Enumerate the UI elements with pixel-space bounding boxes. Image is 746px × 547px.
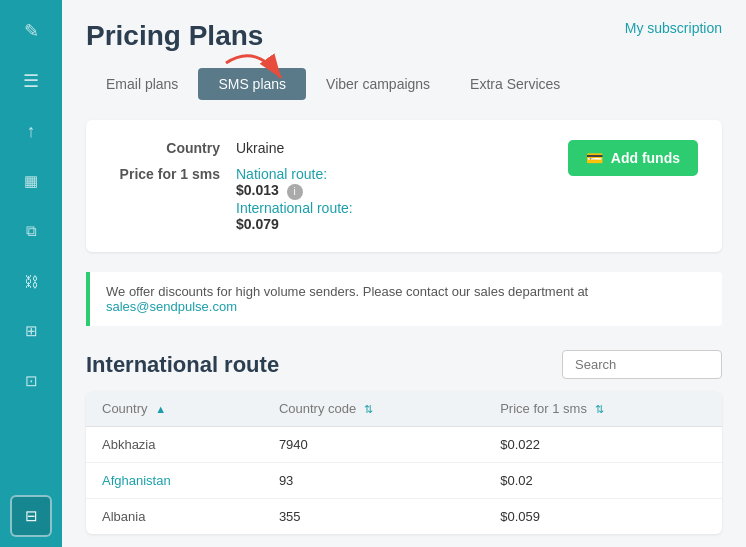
table-row: Albania355$0.059: [86, 499, 722, 535]
sidebar-item-edit[interactable]: ✎: [10, 10, 52, 52]
country-row: Country Ukraine: [110, 140, 353, 156]
main-content: Pricing Plans My subscription Email plan…: [62, 0, 746, 547]
upload-icon: ↑: [27, 121, 36, 142]
cell-country[interactable]: Afghanistan: [86, 463, 263, 499]
grid-icon: ⊞: [25, 322, 38, 340]
tab-email-plans[interactable]: Email plans: [86, 68, 198, 100]
country-link[interactable]: Afghanistan: [102, 473, 171, 488]
col-country-code[interactable]: Country code ⇅: [263, 391, 484, 427]
cell-code: 93: [263, 463, 484, 499]
national-price-row: $0.013 i: [236, 182, 353, 200]
col-country[interactable]: Country ▲: [86, 391, 263, 427]
pricing-icon: ⊟: [25, 507, 38, 525]
price-value: National route: $0.013 i International r…: [236, 166, 353, 232]
sidebar: ✎ ☰ ↑ ▦ ⧉ ⛓ ⊞ ⊡ ⊟: [0, 0, 62, 547]
table-header: Country ▲ Country code ⇅ Price for 1 sms…: [86, 391, 722, 427]
sidebar-item-pricing[interactable]: ⊟: [10, 495, 52, 537]
table-body: Abkhazia7940$0.022Afghanistan93$0.02Alba…: [86, 427, 722, 535]
sidebar-item-widget[interactable]: ⊡: [10, 360, 52, 402]
sidebar-item-layers[interactable]: ⧉: [10, 210, 52, 252]
country-value: Ukraine: [236, 140, 284, 156]
sidebar-item-grid[interactable]: ⊞: [10, 310, 52, 352]
my-subscription-link[interactable]: My subscription: [625, 20, 722, 36]
country-label: Country: [110, 140, 220, 156]
info-icon[interactable]: i: [287, 184, 303, 200]
international-section-header: International route: [86, 350, 722, 379]
col-price[interactable]: Price for 1 sms ⇅: [484, 391, 722, 427]
edit-icon: ✎: [24, 20, 39, 42]
tabs-bar: Email plans SMS plans Viber campaigns Ex…: [86, 68, 722, 100]
list-icon: ☰: [23, 70, 39, 92]
price-row: Price for 1 sms National route: $0.013 i…: [110, 166, 353, 232]
international-route-label: International route:: [236, 200, 353, 216]
sms-arrow-annotation: [216, 58, 296, 108]
international-price: $0.079: [236, 216, 279, 232]
sidebar-item-table[interactable]: ▦: [10, 160, 52, 202]
info-card-content: Country Ukraine Price for 1 sms National…: [110, 140, 353, 232]
sort-price-icon[interactable]: ⇅: [595, 403, 604, 415]
discount-notice: We offer discounts for high volume sende…: [86, 272, 722, 326]
discount-text: We offer discounts for high volume sende…: [106, 284, 588, 299]
national-route-label: National route:: [236, 166, 353, 182]
national-price: $0.013: [236, 182, 279, 198]
table-icon: ▦: [24, 172, 38, 190]
network-icon: ⛓: [24, 273, 39, 290]
search-input[interactable]: [562, 350, 722, 379]
page-title: Pricing Plans: [86, 20, 263, 52]
price-label: Price for 1 sms: [110, 166, 220, 182]
route-table: Country ▲ Country code ⇅ Price for 1 sms…: [86, 391, 722, 534]
cell-price: $0.022: [484, 427, 722, 463]
layers-icon: ⧉: [26, 222, 37, 240]
add-funds-button[interactable]: 💳 Add funds: [568, 140, 698, 176]
international-section-title: International route: [86, 352, 279, 378]
international-price-row: $0.079: [236, 216, 353, 232]
cell-code: 7940: [263, 427, 484, 463]
cell-country: Abkhazia: [86, 427, 263, 463]
cell-price: $0.02: [484, 463, 722, 499]
table-row: Afghanistan93$0.02: [86, 463, 722, 499]
widget-icon: ⊡: [25, 372, 38, 390]
table-row: Abkhazia7940$0.022: [86, 427, 722, 463]
tab-extra-services[interactable]: Extra Services: [450, 68, 580, 100]
cell-country: Albania: [86, 499, 263, 535]
sort-code-icon[interactable]: ⇅: [364, 403, 373, 415]
add-funds-icon: 💳: [586, 150, 603, 166]
cell-code: 355: [263, 499, 484, 535]
sort-country-icon[interactable]: ▲: [155, 403, 166, 415]
sidebar-item-network[interactable]: ⛓: [10, 260, 52, 302]
sidebar-item-list[interactable]: ☰: [10, 60, 52, 102]
tab-viber-campaigns[interactable]: Viber campaigns: [306, 68, 450, 100]
add-funds-label: Add funds: [611, 150, 680, 166]
sales-email-link[interactable]: sales@sendpulse.com: [106, 299, 237, 314]
sidebar-item-upload[interactable]: ↑: [10, 110, 52, 152]
pricing-info-card: Country Ukraine Price for 1 sms National…: [86, 120, 722, 252]
cell-price: $0.059: [484, 499, 722, 535]
page-header: Pricing Plans My subscription: [86, 20, 722, 52]
